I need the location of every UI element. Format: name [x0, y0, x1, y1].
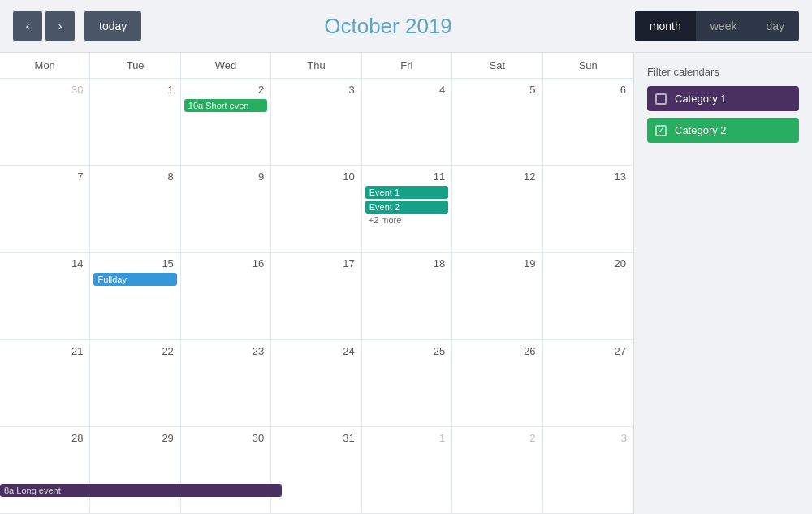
cal-cell-w2d1[interactable]: 7 — [0, 166, 90, 253]
cal-cell-w2d6[interactable]: 12 — [452, 166, 542, 253]
cal-cell-w2d3[interactable]: 9 — [181, 166, 271, 253]
sidebar: Filter calendars Category 1 Category 2 — [633, 53, 812, 514]
app-container: ‹ › today October 2019 month week day Mo… — [0, 0, 812, 514]
day-header-sun: Sun — [543, 53, 633, 78]
day-header-mon: Mon — [0, 53, 90, 78]
day-header-wed: Wed — [181, 53, 271, 78]
cal-cell-w5d7[interactable]: 3 — [543, 427, 633, 514]
view-switcher: month week day — [635, 11, 799, 41]
filter-title: Filter calendars — [647, 66, 799, 78]
cal-cell-w5d2[interactable]: 29 — [90, 427, 180, 514]
cal-cell-w1d2[interactable]: 1 — [90, 79, 180, 166]
category-item-1[interactable]: Category 1 — [647, 86, 799, 111]
category-item-2[interactable]: Category 2 — [647, 118, 799, 143]
main-layout: Mon Tue Wed Thu Fri Sat Sun 30 1 2 10a S… — [0, 53, 812, 514]
cal-cell-w5d1[interactable]: 28 8a Long event — [0, 427, 90, 514]
day-header-thu: Thu — [271, 53, 361, 78]
cal-cell-w3d1[interactable]: 14 — [0, 253, 90, 339]
cal-cell-w3d7[interactable]: 20 — [543, 253, 633, 339]
today-button[interactable]: today — [84, 11, 141, 41]
cal-cell-w2d5[interactable]: 11 Event 1 Event 2 +2 more — [362, 166, 452, 253]
cal-cell-w5d3[interactable]: 30 — [181, 427, 271, 514]
view-week-button[interactable]: week — [696, 11, 752, 41]
cal-cell-w3d5[interactable]: 18 — [362, 253, 452, 339]
cal-cell-w5d4[interactable]: 31 — [271, 427, 361, 514]
more-link[interactable]: +2 more — [365, 215, 448, 225]
cal-cell-w1d1[interactable]: 30 — [0, 79, 90, 166]
view-month-button[interactable]: month — [635, 11, 696, 41]
cal-cell-w4d2[interactable]: 22 — [90, 340, 180, 427]
cal-cell-w4d1[interactable]: 21 — [0, 340, 90, 427]
event-long-event[interactable]: 8a Long event — [0, 484, 282, 497]
cal-cell-w2d7[interactable]: 13 — [543, 166, 633, 253]
cal-cell-w1d4[interactable]: 3 — [271, 79, 361, 166]
cal-cell-w3d4[interactable]: 17 — [271, 253, 361, 339]
event-event1[interactable]: Event 1 — [365, 186, 448, 199]
cal-cell-w5d6[interactable]: 2 — [452, 427, 542, 514]
cal-cell-w3d3[interactable]: 16 — [181, 253, 271, 339]
cal-cell-w4d5[interactable]: 25 — [362, 340, 452, 427]
event-fullday[interactable]: Fullday — [93, 273, 176, 286]
prev-button[interactable]: ‹ — [13, 11, 42, 41]
day-headers: Mon Tue Wed Thu Fri Sat Sun — [0, 53, 633, 79]
nav-buttons: ‹ › — [13, 11, 75, 41]
cal-cell-w1d7[interactable]: 6 — [543, 79, 633, 166]
cal-cell-w1d3[interactable]: 2 10a Short even — [181, 79, 271, 166]
cat2-label: Category 2 — [675, 124, 727, 136]
cal-cell-w2d2[interactable]: 8 — [90, 166, 180, 253]
cat1-checkbox[interactable] — [655, 93, 667, 105]
cal-cell-w2d4[interactable]: 10 — [271, 166, 361, 253]
event-event2[interactable]: Event 2 — [365, 201, 448, 214]
calendar-title: October 2019 — [151, 14, 625, 39]
next-button[interactable]: › — [45, 11, 75, 41]
cat1-label: Category 1 — [675, 93, 727, 105]
cal-cell-w1d5[interactable]: 4 — [362, 79, 452, 166]
cal-cell-w4d6[interactable]: 26 — [452, 340, 542, 427]
calendar-grid: 30 1 2 10a Short even 3 4 5 6 7 8 9 10 1… — [0, 79, 633, 514]
view-day-button[interactable]: day — [751, 11, 799, 41]
cal-cell-w4d4[interactable]: 24 — [271, 340, 361, 427]
cal-cell-w4d3[interactable]: 23 — [181, 340, 271, 427]
calendar-header: ‹ › today October 2019 month week day — [0, 0, 812, 53]
cal-cell-w5d5[interactable]: 1 — [362, 427, 452, 514]
cal-cell-w4d7[interactable]: 27 — [543, 340, 633, 427]
event-short-even[interactable]: 10a Short even — [184, 99, 267, 112]
day-header-sat: Sat — [452, 53, 542, 78]
cat2-checkbox[interactable] — [655, 125, 667, 136]
calendar-area: Mon Tue Wed Thu Fri Sat Sun 30 1 2 10a S… — [0, 53, 633, 514]
cal-cell-w1d6[interactable]: 5 — [452, 79, 542, 166]
cal-cell-w3d6[interactable]: 19 — [452, 253, 542, 339]
day-header-tue: Tue — [90, 53, 180, 78]
cal-cell-w3d2[interactable]: 15 Fullday — [90, 253, 180, 339]
day-header-fri: Fri — [362, 53, 452, 78]
